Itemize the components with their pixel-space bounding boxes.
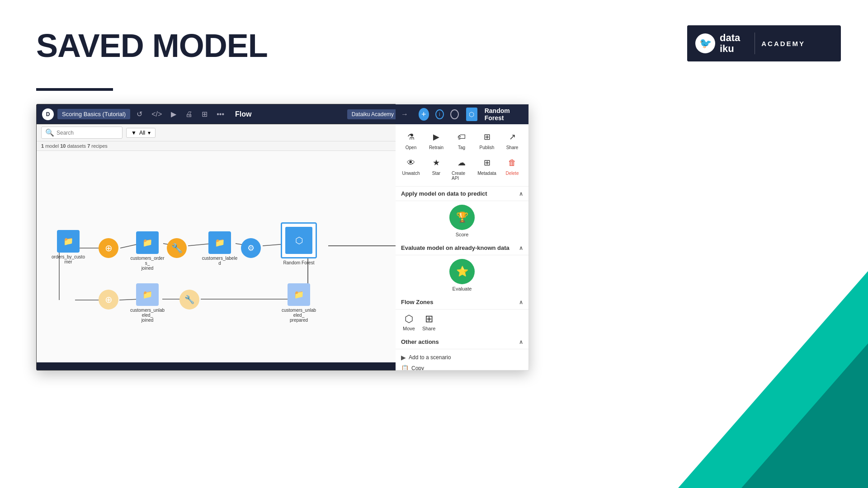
right-panel: → + i ⬡ Random Forest ⚗ Open ▶ Retrain 🏷…	[396, 104, 529, 371]
more-icon[interactable]: •••	[214, 109, 227, 119]
recipe-count: 7	[87, 143, 90, 149]
other-action-scenario[interactable]: ▶ Add to a scenario	[401, 352, 523, 363]
model-count: 1	[41, 143, 44, 149]
node-circle-join1: ⊕	[99, 238, 118, 258]
flow-search-input[interactable]: 🔍	[41, 127, 123, 139]
dss-project-name[interactable]: Scoring Basics (Tutorial)	[57, 109, 130, 119]
node-box-cuj: 📁	[136, 283, 159, 306]
node-label-cup: customers_unlabeled_prepared	[281, 308, 317, 323]
rp-evaluate-section-header[interactable]: Evaluate model on already-known data ∧	[396, 241, 528, 255]
tag-label: Tag	[458, 145, 465, 150]
node-label-cuj: customers_unlabeled_joined	[129, 308, 165, 323]
rp-nav-arrow[interactable]: →	[401, 110, 408, 118]
node-label-rf: Random Forest	[283, 260, 315, 265]
delete-label: Delete	[506, 171, 519, 176]
node-customers-unlabeled-prepared[interactable]: 📁 customers_unlabeled_prepared	[281, 283, 317, 323]
node-circle-join2: ⊕	[99, 290, 118, 310]
rp-actions-grid: ⚗ Open ▶ Retrain 🏷 Tag ⊞ Publish ↗ Share…	[396, 124, 528, 187]
node-customers-orders-joined[interactable]: 📁 customers_orders_joined	[129, 231, 165, 271]
node-orders-by-customer[interactable]: 📁 orders_by_customer	[50, 230, 86, 264]
flow-label: Flow	[235, 110, 251, 118]
other-actions-label: Other actions	[401, 338, 439, 345]
filter-label: All	[139, 130, 145, 136]
share-icon: ↗	[505, 130, 519, 144]
logo-bar: 🐦 dataiku ACADEMY	[687, 25, 841, 61]
node-customers-unlabeled-joined[interactable]: 📁 customers_unlabeled_joined	[129, 283, 165, 323]
zone-share-label: Share	[422, 326, 435, 331]
node-box-orders: 📁	[57, 230, 80, 253]
action-open[interactable]: ⚗ Open	[399, 128, 423, 152]
rp-add-button[interactable]: +	[419, 108, 429, 121]
code-icon[interactable]: </>	[149, 109, 165, 119]
rp-other-actions-header[interactable]: Other actions ∧	[396, 335, 528, 349]
evaluate-label: Evaluate	[453, 286, 472, 291]
metadata-label: Metadata	[477, 171, 496, 176]
scenario-icon: ▶	[401, 354, 406, 361]
dataset-count: 10	[60, 143, 66, 149]
evaluate-button[interactable]: ⭐	[449, 259, 475, 284]
score-button[interactable]: 🏆	[449, 205, 475, 230]
node-recipe-blue[interactable]: ⚙	[241, 238, 261, 258]
search-text-field[interactable]	[57, 130, 111, 136]
model-node-box: ⬡	[281, 222, 317, 258]
action-publish[interactable]: ⊞ Publish	[475, 128, 499, 152]
run-icon[interactable]: ▶	[168, 109, 179, 119]
tag-icon: 🏷	[454, 130, 469, 144]
action-metadata[interactable]: ⊞ Metadata	[475, 154, 499, 183]
node-random-forest[interactable]: ⬡ Random Forest	[281, 222, 317, 265]
node-join-circle-2[interactable]: ⊕	[99, 290, 118, 310]
filter-button[interactable]: ▼ All ▾	[126, 128, 156, 138]
rp-model-title: Random Forest	[485, 107, 523, 122]
retrain-label: Retrain	[429, 145, 443, 150]
node-recipe-light[interactable]: 🔧	[179, 290, 199, 310]
create-api-label: Create API	[452, 171, 472, 181]
action-share[interactable]: ↗ Share	[500, 128, 524, 152]
star-icon: ★	[429, 155, 443, 170]
flow-zones-chevron: ∧	[519, 299, 523, 305]
academy-button[interactable]: Dataiku Academy	[347, 109, 398, 119]
action-create-api[interactable]: ☁ Create API	[450, 154, 473, 183]
star-label: Star	[432, 171, 440, 176]
action-star[interactable]: ★ Star	[425, 154, 448, 183]
rp-apply-section-header[interactable]: Apply model on data to predict ∧	[396, 187, 528, 201]
node-join-circle-1[interactable]: ⊕	[99, 238, 118, 258]
rp-empty-circle[interactable]	[450, 109, 459, 119]
other-action-copy[interactable]: 📋 Copy	[401, 363, 523, 371]
page-title: SAVED MODEL	[36, 27, 268, 64]
node-box-cl: 📁	[208, 231, 231, 254]
other-actions-chevron: ∧	[519, 339, 523, 345]
rp-zone-actions: ⬡ Move ⊞ Share	[396, 310, 528, 335]
search-icon-small: 🔍	[45, 128, 54, 137]
rp-score-card: 🏆 Score	[396, 201, 528, 241]
print-icon[interactable]: 🖨	[183, 109, 195, 119]
apply-section-label: Apply model on data to predict	[401, 190, 487, 197]
teal-decoration-2	[741, 343, 868, 488]
model-node-inner: ⬡	[285, 227, 312, 254]
title-underline	[36, 88, 113, 91]
node-recipe-orange[interactable]: 🔧	[167, 238, 187, 258]
evaluate-chevron: ∧	[519, 245, 523, 251]
node-box-cup: 📁	[288, 283, 310, 306]
flow-zones-label: Flow Zones	[401, 299, 434, 305]
publish-icon: ⊞	[480, 130, 494, 144]
action-unwatch[interactable]: 👁 Unwatch	[399, 154, 423, 183]
node-circle-recipe-orange: 🔧	[167, 238, 187, 258]
rp-flow-zones-header[interactable]: Flow Zones ∧	[396, 295, 528, 310]
action-retrain[interactable]: ▶ Retrain	[425, 128, 448, 152]
zone-move[interactable]: ⬡ Move	[403, 313, 415, 331]
apply-chevron: ∧	[519, 191, 523, 197]
evaluate-section-label: Evaluate model on already-known data	[401, 244, 509, 251]
grid-icon[interactable]: ⊞	[199, 109, 210, 119]
sync-icon[interactable]: ↺	[134, 109, 145, 119]
share-label: Share	[506, 145, 519, 150]
unwatch-icon: 👁	[404, 155, 418, 170]
filter-chevron: ▾	[148, 130, 151, 136]
dss-logo-small: D	[42, 108, 54, 120]
rp-info-button[interactable]: i	[435, 109, 444, 119]
node-customers-labeled[interactable]: 📁 customers_labeled	[202, 231, 238, 266]
zone-share[interactable]: ⊞ Share	[422, 313, 435, 331]
action-delete[interactable]: 🗑 Delete	[500, 154, 524, 183]
unwatch-label: Unwatch	[402, 171, 420, 176]
brand-logo-icon: 🐦	[695, 33, 715, 53]
action-tag[interactable]: 🏷 Tag	[450, 128, 473, 152]
